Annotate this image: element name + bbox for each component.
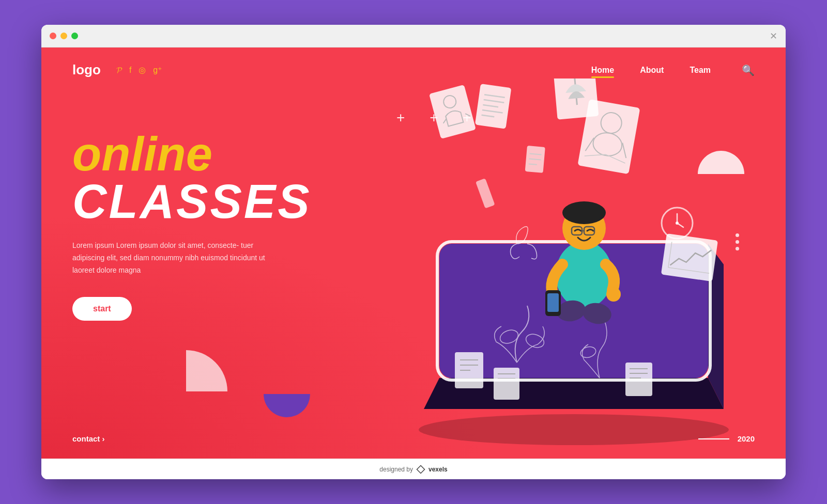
illustration <box>362 78 786 459</box>
page-content: logo 𝓟 f ◎ g⁺ Home About Team 🔍 + + + on… <box>41 48 786 459</box>
instagram-icon[interactable]: ◎ <box>139 65 146 75</box>
designed-by-label: designed by <box>379 466 413 473</box>
facebook-icon[interactable]: f <box>129 66 131 75</box>
browser-window: ✕ logo 𝓟 f ◎ g⁺ Home About Team 🔍 + + + … <box>41 25 786 479</box>
svg-rect-26 <box>547 293 559 312</box>
svg-marker-58 <box>417 465 425 473</box>
nav-home[interactable]: Home <box>591 66 614 75</box>
dot-green[interactable] <box>71 33 78 39</box>
quarter-circle-decoration <box>186 350 227 391</box>
svg-line-57 <box>529 164 537 164</box>
close-button[interactable]: ✕ <box>770 30 777 42</box>
footer-year: 2020 <box>698 434 755 443</box>
svg-rect-9 <box>494 368 519 400</box>
hero-description: Lorem ipsum Lorem ipsum dolor sit amet, … <box>72 240 269 276</box>
pinterest-icon[interactable]: 𝓟 <box>116 66 122 75</box>
watermark: designed by vexels <box>379 465 447 474</box>
dot-red[interactable] <box>50 33 56 39</box>
hero-headline-classes: CLASSES <box>72 178 312 225</box>
vexels-diamond-icon <box>416 465 425 474</box>
hero-text: online CLASSES Lorem ipsum Lorem ipsum d… <box>72 130 312 321</box>
svg-point-49 <box>676 222 679 225</box>
svg-point-0 <box>419 414 729 445</box>
footer-divider <box>698 438 729 439</box>
footer-contact[interactable]: contact › <box>72 434 105 443</box>
start-button[interactable]: start <box>72 297 132 321</box>
logo[interactable]: logo <box>72 62 101 78</box>
nav-team[interactable]: Team <box>690 66 711 75</box>
social-icons: 𝓟 f ◎ g⁺ <box>116 65 162 75</box>
search-icon[interactable]: 🔍 <box>742 64 755 76</box>
googleplus-icon[interactable]: g⁺ <box>153 65 162 75</box>
svg-point-17 <box>556 241 612 308</box>
dot-yellow[interactable] <box>60 33 67 39</box>
browser-titlebar: ✕ <box>41 25 786 48</box>
navigation: logo 𝓟 f ◎ g⁺ Home About Team 🔍 <box>41 48 786 78</box>
svg-rect-53 <box>476 178 495 209</box>
vexels-brand: vexels <box>428 466 448 473</box>
nav-links: Home About Team 🔍 <box>591 64 755 76</box>
hero-headline-online: online <box>72 130 312 178</box>
svg-point-27 <box>606 287 621 302</box>
svg-point-19 <box>562 201 606 224</box>
nav-about[interactable]: About <box>640 66 664 75</box>
browser-dots <box>50 33 78 39</box>
browser-bottom-bar: designed by vexels <box>41 459 786 479</box>
purple-half-decoration <box>264 394 310 417</box>
